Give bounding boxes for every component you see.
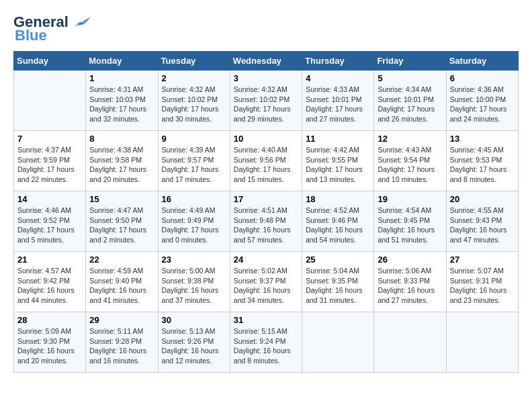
day-info: Sunrise: 4:39 AM Sunset: 9:57 PM Dayligh… xyxy=(162,145,226,185)
day-info: Sunrise: 4:37 AM Sunset: 9:59 PM Dayligh… xyxy=(17,145,82,185)
calendar-cell: 8Sunrise: 4:38 AM Sunset: 9:58 PM Daylig… xyxy=(86,131,158,191)
day-header-thursday: Thursday xyxy=(302,52,374,71)
day-number: 26 xyxy=(378,255,442,265)
calendar-cell: 15Sunrise: 4:47 AM Sunset: 9:50 PM Dayli… xyxy=(86,191,158,252)
day-header-friday: Friday xyxy=(374,52,446,71)
calendar-week-row: 7Sunrise: 4:37 AM Sunset: 9:59 PM Daylig… xyxy=(14,131,519,191)
day-number: 31 xyxy=(234,315,298,325)
calendar-cell: 18Sunrise: 4:52 AM Sunset: 9:46 PM Dayli… xyxy=(302,191,374,252)
day-info: Sunrise: 4:40 AM Sunset: 9:56 PM Dayligh… xyxy=(234,145,298,185)
calendar-cell: 30Sunrise: 5:13 AM Sunset: 9:26 PM Dayli… xyxy=(158,312,230,373)
day-number: 23 xyxy=(162,255,226,265)
day-info: Sunrise: 4:36 AM Sunset: 10:00 PM Daylig… xyxy=(450,85,515,124)
day-info: Sunrise: 4:31 AM Sunset: 10:03 PM Daylig… xyxy=(89,85,154,124)
day-number: 29 xyxy=(89,315,154,325)
calendar-cell xyxy=(446,312,518,373)
day-info: Sunrise: 4:54 AM Sunset: 9:45 PM Dayligh… xyxy=(378,205,442,245)
day-number: 30 xyxy=(162,315,226,325)
day-number: 14 xyxy=(17,194,82,204)
day-number: 10 xyxy=(234,134,298,144)
calendar-cell: 29Sunrise: 5:11 AM Sunset: 9:28 PM Dayli… xyxy=(86,312,158,373)
calendar-cell: 16Sunrise: 4:49 AM Sunset: 9:49 PM Dayli… xyxy=(158,191,230,252)
day-number: 21 xyxy=(17,255,82,265)
day-header-sunday: Sunday xyxy=(14,52,86,71)
calendar-cell: 5Sunrise: 4:34 AM Sunset: 10:01 PM Dayli… xyxy=(374,71,446,131)
calendar-cell: 17Sunrise: 4:51 AM Sunset: 9:48 PM Dayli… xyxy=(230,191,302,252)
logo-bird-icon xyxy=(70,15,91,30)
day-header-monday: Monday xyxy=(86,52,158,71)
day-info: Sunrise: 4:32 AM Sunset: 10:02 PM Daylig… xyxy=(162,85,226,124)
day-number: 1 xyxy=(89,73,154,83)
calendar-cell: 14Sunrise: 4:46 AM Sunset: 9:52 PM Dayli… xyxy=(14,191,86,252)
day-number: 3 xyxy=(234,73,298,83)
calendar-cell: 27Sunrise: 5:07 AM Sunset: 9:31 PM Dayli… xyxy=(446,252,518,312)
day-info: Sunrise: 4:57 AM Sunset: 9:42 PM Dayligh… xyxy=(17,266,82,306)
calendar-cell: 4Sunrise: 4:33 AM Sunset: 10:01 PM Dayli… xyxy=(302,71,374,131)
day-info: Sunrise: 5:15 AM Sunset: 9:24 PM Dayligh… xyxy=(234,326,298,366)
day-info: Sunrise: 4:33 AM Sunset: 10:01 PM Daylig… xyxy=(306,85,370,124)
day-number: 18 xyxy=(306,194,370,204)
day-number: 13 xyxy=(450,134,515,144)
calendar-cell: 23Sunrise: 5:00 AM Sunset: 9:38 PM Dayli… xyxy=(158,252,230,312)
calendar-cell: 7Sunrise: 4:37 AM Sunset: 9:59 PM Daylig… xyxy=(14,131,86,191)
day-info: Sunrise: 4:52 AM Sunset: 9:46 PM Dayligh… xyxy=(306,205,370,245)
calendar-cell: 13Sunrise: 4:45 AM Sunset: 9:53 PM Dayli… xyxy=(446,131,518,191)
day-number: 19 xyxy=(378,194,442,204)
day-number: 16 xyxy=(162,194,226,204)
day-info: Sunrise: 5:07 AM Sunset: 9:31 PM Dayligh… xyxy=(450,266,515,306)
calendar-cell: 20Sunrise: 4:55 AM Sunset: 9:43 PM Dayli… xyxy=(446,191,518,252)
day-number: 2 xyxy=(162,73,226,83)
day-info: Sunrise: 4:49 AM Sunset: 9:49 PM Dayligh… xyxy=(162,205,226,245)
day-info: Sunrise: 4:47 AM Sunset: 9:50 PM Dayligh… xyxy=(89,205,154,245)
day-number: 9 xyxy=(162,134,226,144)
day-number: 22 xyxy=(89,255,154,265)
calendar-cell: 31Sunrise: 5:15 AM Sunset: 9:24 PM Dayli… xyxy=(230,312,302,373)
calendar-header-row: SundayMondayTuesdayWednesdayThursdayFrid… xyxy=(14,52,519,71)
calendar-cell: 10Sunrise: 4:40 AM Sunset: 9:56 PM Dayli… xyxy=(230,131,302,191)
day-number: 28 xyxy=(17,315,82,325)
calendar-cell: 1Sunrise: 4:31 AM Sunset: 10:03 PM Dayli… xyxy=(86,71,158,131)
page-header: General Blue xyxy=(13,13,519,44)
calendar-cell: 22Sunrise: 4:59 AM Sunset: 9:40 PM Dayli… xyxy=(86,252,158,312)
calendar-cell: 2Sunrise: 4:32 AM Sunset: 10:02 PM Dayli… xyxy=(158,71,230,131)
logo-text-blue: Blue xyxy=(15,27,47,44)
day-info: Sunrise: 5:04 AM Sunset: 9:35 PM Dayligh… xyxy=(306,266,370,306)
calendar-cell: 9Sunrise: 4:39 AM Sunset: 9:57 PM Daylig… xyxy=(158,131,230,191)
calendar-cell xyxy=(14,71,86,131)
day-number: 25 xyxy=(306,255,370,265)
day-number: 12 xyxy=(378,134,442,144)
day-number: 27 xyxy=(450,255,515,265)
calendar-table: SundayMondayTuesdayWednesdayThursdayFrid… xyxy=(13,51,519,373)
day-number: 7 xyxy=(17,134,82,144)
day-info: Sunrise: 5:06 AM Sunset: 9:33 PM Dayligh… xyxy=(378,266,442,306)
calendar-cell xyxy=(302,312,374,373)
calendar-week-row: 28Sunrise: 5:09 AM Sunset: 9:30 PM Dayli… xyxy=(14,312,519,373)
calendar-cell: 6Sunrise: 4:36 AM Sunset: 10:00 PM Dayli… xyxy=(446,71,518,131)
day-number: 6 xyxy=(450,73,515,83)
day-info: Sunrise: 4:38 AM Sunset: 9:58 PM Dayligh… xyxy=(89,145,154,185)
calendar-cell: 28Sunrise: 5:09 AM Sunset: 9:30 PM Dayli… xyxy=(14,312,86,373)
day-number: 15 xyxy=(89,194,154,204)
day-info: Sunrise: 4:51 AM Sunset: 9:48 PM Dayligh… xyxy=(234,205,298,245)
calendar-cell: 19Sunrise: 4:54 AM Sunset: 9:45 PM Dayli… xyxy=(374,191,446,252)
day-info: Sunrise: 5:11 AM Sunset: 9:28 PM Dayligh… xyxy=(89,326,154,366)
calendar-cell: 25Sunrise: 5:04 AM Sunset: 9:35 PM Dayli… xyxy=(302,252,374,312)
calendar-cell: 21Sunrise: 4:57 AM Sunset: 9:42 PM Dayli… xyxy=(14,252,86,312)
day-number: 11 xyxy=(306,134,370,144)
day-number: 20 xyxy=(450,194,515,204)
day-number: 5 xyxy=(378,73,442,83)
calendar-cell: 24Sunrise: 5:02 AM Sunset: 9:37 PM Dayli… xyxy=(230,252,302,312)
day-info: Sunrise: 4:32 AM Sunset: 10:02 PM Daylig… xyxy=(234,85,298,124)
calendar-cell: 11Sunrise: 4:42 AM Sunset: 9:55 PM Dayli… xyxy=(302,131,374,191)
day-info: Sunrise: 4:43 AM Sunset: 9:54 PM Dayligh… xyxy=(378,145,442,185)
day-header-saturday: Saturday xyxy=(446,52,518,71)
day-info: Sunrise: 4:59 AM Sunset: 9:40 PM Dayligh… xyxy=(89,266,154,306)
day-number: 4 xyxy=(306,73,370,83)
day-number: 8 xyxy=(89,134,154,144)
day-header-wednesday: Wednesday xyxy=(230,52,302,71)
calendar-cell: 3Sunrise: 4:32 AM Sunset: 10:02 PM Dayli… xyxy=(230,71,302,131)
calendar-week-row: 21Sunrise: 4:57 AM Sunset: 9:42 PM Dayli… xyxy=(14,252,519,312)
day-info: Sunrise: 4:46 AM Sunset: 9:52 PM Dayligh… xyxy=(17,205,82,245)
day-info: Sunrise: 4:55 AM Sunset: 9:43 PM Dayligh… xyxy=(450,205,515,245)
day-info: Sunrise: 5:00 AM Sunset: 9:38 PM Dayligh… xyxy=(162,266,226,306)
